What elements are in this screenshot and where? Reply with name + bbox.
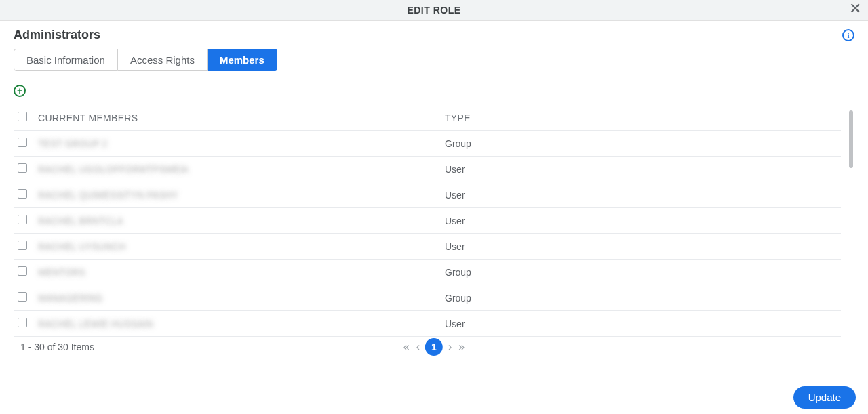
tab-members[interactable]: Members [208,49,277,71]
table-row: TEST GROUP 2 Group [14,131,841,157]
row-checkbox[interactable] [18,266,27,276]
footer: Update [0,380,868,414]
member-name: RACHEL UYSUNCH [34,234,441,260]
member-type: Group [441,131,841,157]
info-icon[interactable]: i [842,29,854,41]
row-checkbox[interactable] [18,163,27,173]
next-page-icon[interactable]: › [447,341,453,353]
member-name: ALEXANDER DIBUCLOCKE BORDAU [34,337,441,339]
select-all-checkbox[interactable] [18,112,27,121]
table-row: RACHEL LEWIE HUSSAIN User [14,311,841,337]
prev-page-icon[interactable]: ‹ [415,341,421,353]
member-name: RACHEL UGOLOFFORMTPSMEIA [34,157,441,182]
modal-header: EDIT ROLE ✕ [0,0,868,21]
table-row: RACHEL BRNTCLA User [14,208,841,234]
member-name: MENTORS [34,260,441,285]
column-header-member: CURRENT MEMBERS [34,105,441,131]
member-name: RACHEL BRNTCLA [34,208,441,234]
row-checkbox[interactable] [18,292,27,302]
pagination: 1 - 30 of 30 Items « ‹ 1 › » [14,341,854,352]
members-table-wrap: CURRENT MEMBERS TYPE TEST GROUP 2 Group … [14,105,854,339]
row-checkbox[interactable] [18,318,27,327]
member-name: RACHEL LEWIE HUSSAIN [34,311,441,337]
column-header-type: TYPE [441,105,841,131]
row-checkbox[interactable] [18,189,27,199]
table-row: MENTORS Group [14,260,841,285]
members-table: CURRENT MEMBERS TYPE TEST GROUP 2 Group … [14,105,841,339]
member-name: RACHEL QUIMESSITYN PASHY [34,182,441,208]
add-member-button[interactable]: + [14,85,26,97]
row-checkbox[interactable] [18,215,27,224]
member-type: Group [441,285,841,311]
member-name: MANAGERING [34,285,441,311]
update-button[interactable]: Update [793,386,856,409]
pager: « ‹ 1 › » [402,338,466,356]
row-checkbox[interactable] [18,241,27,250]
current-page[interactable]: 1 [425,338,443,356]
scrollbar[interactable] [849,110,853,168]
member-type: User [441,311,841,337]
member-type: User [441,234,841,260]
tab-bar: Basic Information Access Rights Members [14,49,854,71]
pagination-summary: 1 - 30 of 30 Items [20,341,94,352]
first-page-icon[interactable]: « [402,341,411,353]
role-title: Administrators [14,28,100,42]
member-type: User [441,157,841,182]
member-type: Group [441,260,841,285]
table-row: RACHEL UGOLOFFORMTPSMEIA User [14,157,841,182]
close-icon[interactable]: ✕ [849,1,861,16]
modal-title: EDIT ROLE [407,5,460,16]
member-type: User [441,208,841,234]
table-row: MANAGERING Group [14,285,841,311]
role-header: Administrators i [14,28,854,42]
tab-basic-information[interactable]: Basic Information [14,49,118,71]
row-checkbox[interactable] [18,138,27,147]
content-area: Administrators i Basic Information Acces… [0,21,868,380]
table-row: RACHEL QUIMESSITYN PASHY User [14,182,841,208]
member-type: User [441,337,841,339]
table-row: RACHEL UYSUNCH User [14,234,841,260]
member-type: User [441,182,841,208]
member-name: TEST GROUP 2 [34,131,441,157]
tab-access-rights[interactable]: Access Rights [118,49,208,71]
last-page-icon[interactable]: » [457,341,466,353]
